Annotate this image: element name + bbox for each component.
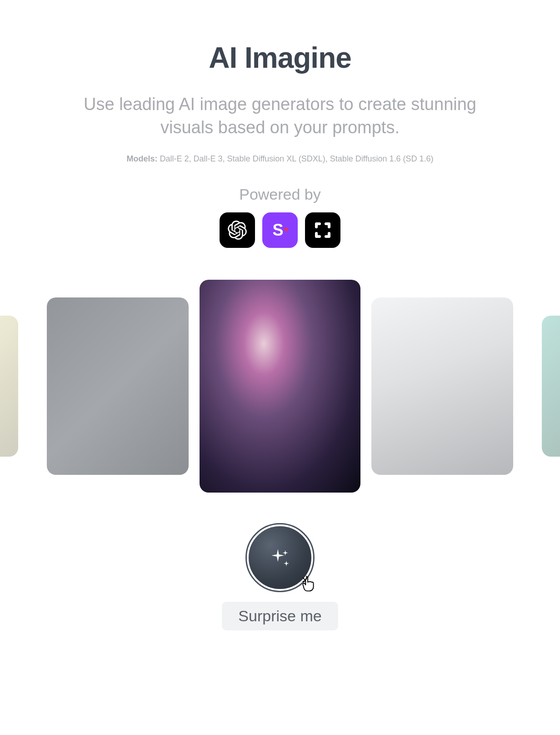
carousel-item-edge-right[interactable]: [542, 316, 560, 457]
carousel-item-bedroom[interactable]: [371, 297, 513, 475]
carousel-item-edge-left[interactable]: [0, 316, 18, 457]
surprise-button[interactable]: [247, 524, 313, 591]
openai-icon: [228, 221, 247, 240]
models-label: Models:: [127, 154, 158, 163]
cursor-hand-icon: [299, 574, 320, 594]
page-subtitle: Use leading AI image generators to creat…: [75, 93, 485, 140]
surprise-label: Surprise me: [222, 602, 338, 630]
image-carousel[interactable]: [0, 280, 560, 493]
models-line: Models: Dall-E 2, Dall-E 3, Stable Diffu…: [127, 154, 434, 164]
sparkle-icon: [267, 545, 293, 570]
provider-logos: S: [220, 212, 340, 248]
carousel-item-einstein[interactable]: [200, 280, 360, 493]
page-title: AI Imagine: [209, 41, 351, 75]
stability-s-icon: S: [272, 221, 283, 240]
third-provider-logo: [305, 212, 340, 248]
stability-dot-icon: [285, 228, 288, 231]
stability-logo: S: [262, 212, 298, 248]
carousel-item-fish[interactable]: [47, 297, 189, 475]
bracket-icon: [313, 221, 332, 240]
openai-logo: [220, 212, 255, 248]
powered-by-label: Powered by: [239, 186, 321, 203]
models-list: Dall-E 2, Dall-E 3, Stable Diffusion XL …: [160, 154, 434, 163]
